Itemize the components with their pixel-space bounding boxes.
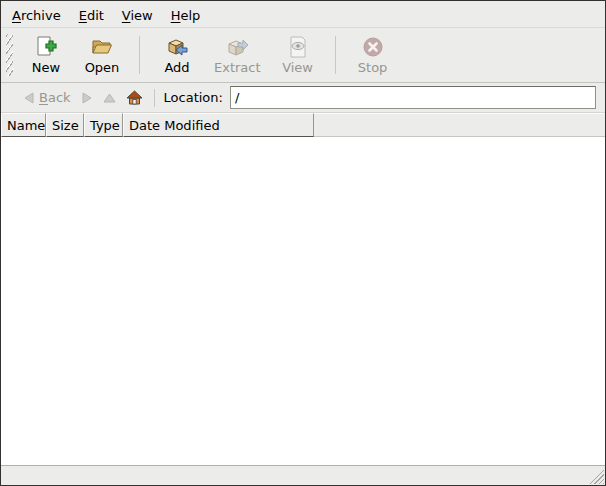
add-files-button[interactable]: Add bbox=[149, 31, 205, 79]
back-button: Back bbox=[18, 88, 76, 107]
toolbar-button-label: New bbox=[32, 60, 60, 75]
main-toolbar: New Open Add bbox=[1, 27, 605, 83]
back-icon bbox=[23, 92, 35, 104]
forward-button bbox=[76, 90, 98, 106]
file-list-area[interactable] bbox=[1, 137, 605, 465]
extract-icon bbox=[225, 35, 249, 59]
column-header-date-modified[interactable]: Date Modified bbox=[123, 113, 314, 137]
up-icon bbox=[103, 92, 116, 104]
location-input[interactable] bbox=[230, 86, 596, 109]
toolbar-button-label: Extract bbox=[214, 60, 261, 75]
column-header-type[interactable]: Type bbox=[84, 113, 123, 137]
up-button bbox=[98, 90, 121, 106]
forward-icon bbox=[81, 92, 93, 104]
toolbar-button-label: View bbox=[282, 60, 313, 75]
archive-manager-window: Archive Edit View Help New Open bbox=[0, 0, 606, 486]
extract-button: Extract bbox=[205, 31, 270, 79]
toolbar-separator bbox=[335, 36, 336, 74]
toolbar-button-label: Open bbox=[85, 60, 120, 75]
navbar-separator bbox=[154, 89, 155, 107]
open-archive-icon bbox=[90, 35, 114, 59]
toolbar-button-label: Add bbox=[164, 60, 189, 75]
resize-grip[interactable] bbox=[589, 469, 604, 484]
stop-button: Stop bbox=[345, 31, 401, 79]
location-bar: Back Location: bbox=[1, 83, 605, 113]
toolbar-grip-handle[interactable] bbox=[6, 34, 13, 76]
add-files-icon bbox=[165, 35, 189, 59]
stop-icon bbox=[361, 35, 385, 59]
menu-view[interactable]: View bbox=[113, 5, 162, 26]
open-archive-button[interactable]: Open bbox=[74, 31, 130, 79]
file-list-header: Name Size Type Date Modified bbox=[1, 113, 605, 137]
column-header-name[interactable]: Name bbox=[1, 113, 46, 137]
menu-bar: Archive Edit View Help bbox=[1, 1, 605, 27]
menu-archive[interactable]: Archive bbox=[3, 5, 70, 26]
home-icon bbox=[126, 90, 143, 106]
toolbar-button-label: Stop bbox=[358, 60, 388, 75]
status-bar bbox=[1, 465, 605, 485]
menu-edit[interactable]: Edit bbox=[70, 5, 113, 26]
view-file-icon bbox=[286, 35, 310, 59]
column-header-size[interactable]: Size bbox=[46, 113, 84, 137]
view-file-button: View bbox=[270, 31, 326, 79]
new-archive-icon bbox=[34, 35, 58, 59]
toolbar-separator bbox=[139, 36, 140, 74]
location-label: Location: bbox=[164, 90, 223, 105]
menu-help[interactable]: Help bbox=[162, 5, 210, 26]
new-archive-button[interactable]: New bbox=[18, 31, 74, 79]
back-button-label: Back bbox=[39, 90, 71, 105]
column-header-filler bbox=[314, 113, 605, 137]
home-button[interactable] bbox=[121, 88, 148, 108]
